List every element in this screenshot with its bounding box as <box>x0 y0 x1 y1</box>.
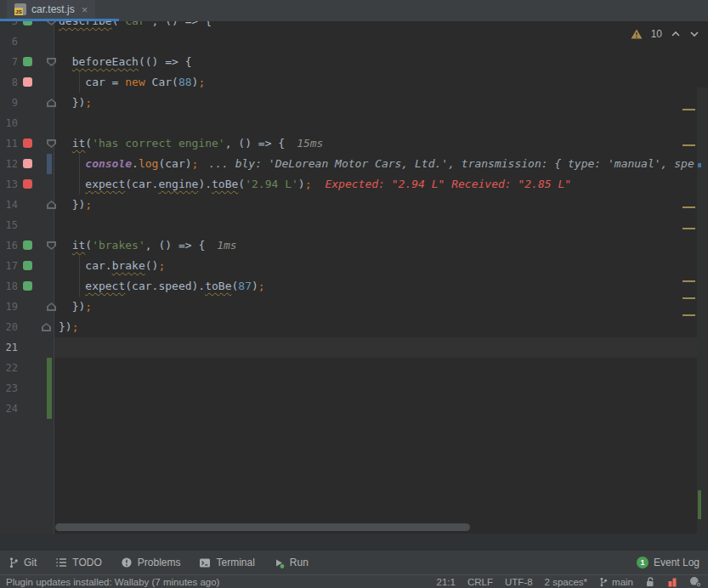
change-marker <box>47 358 52 378</box>
fold-icon[interactable] <box>47 302 56 311</box>
caret-position-widget[interactable]: 21:1 <box>437 577 456 587</box>
toolwindow-label: Problems <box>138 557 181 568</box>
warning-stripe-mark <box>683 228 695 229</box>
event-log-label: Event Log <box>654 557 700 568</box>
line-number: 15 <box>0 215 18 235</box>
notification-badge: 1 <box>637 557 649 568</box>
code-line-23[interactable]: 23 <box>0 378 708 399</box>
wallaby-coverage-indicator[interactable] <box>23 179 32 189</box>
settings-gear-icon <box>689 576 701 587</box>
code-line-15[interactable]: 15 <box>0 215 708 235</box>
change-marker <box>47 154 52 174</box>
code-line-6[interactable]: 6 <box>0 31 708 52</box>
toolwindow-todo[interactable]: TODO <box>55 557 101 568</box>
line-number: 16 <box>0 235 18 256</box>
encoding-widget[interactable]: UTF-8 <box>505 577 533 587</box>
wallaby-coverage-indicator[interactable] <box>23 261 32 270</box>
toolwindow-git[interactable]: Git <box>8 557 37 568</box>
line-number: 9 <box>0 93 18 113</box>
toolwindow-terminal[interactable]: Terminal <box>199 557 254 568</box>
inspections-widget[interactable]: 10 <box>631 28 700 40</box>
code-line-20[interactable]: 20}); <box>0 317 708 337</box>
code-line-7[interactable]: 7 beforeEach(() => { <box>0 52 708 72</box>
wallaby-coverage-indicator[interactable] <box>23 21 32 25</box>
code-line-5[interactable]: 5describe('car', () => { <box>0 21 708 31</box>
warning-icon <box>631 29 643 39</box>
line-number: 6 <box>0 31 18 52</box>
tab-car-test-js[interactable]: JS car.test.js × <box>7 0 95 19</box>
wallaby-coverage-indicator[interactable] <box>23 159 32 168</box>
toolwindow-run[interactable]: Run <box>274 557 309 568</box>
code-line-17[interactable]: 17 car.brake(); <box>0 256 708 276</box>
warning-stripe-mark <box>683 144 695 146</box>
fold-icon[interactable] <box>47 201 56 209</box>
wallaby-coverage-indicator[interactable] <box>23 240 32 250</box>
line-number: 5 <box>0 21 18 31</box>
line-number: 18 <box>0 276 18 297</box>
code-line-18[interactable]: 18 expect(car.speed).toBe(87); <box>0 276 708 297</box>
inline-annotation: 15ms <box>297 137 323 150</box>
code-text: }); <box>59 195 92 215</box>
code-line-9[interactable]: 9 }); <box>0 93 708 113</box>
code-text: beforeEach(() => { <box>59 52 192 72</box>
fold-icon[interactable] <box>42 323 51 331</box>
code-line-8[interactable]: 8 car = new Car(88); <box>0 72 708 93</box>
write-access-toggle[interactable] <box>645 576 655 587</box>
toolwindow-label: TODO <box>72 557 101 568</box>
code-line-16[interactable]: 16 it('brakes', () => {1ms <box>0 235 708 256</box>
git-branch-widget[interactable]: main <box>599 577 633 587</box>
wallaby-coverage-indicator[interactable] <box>23 139 32 148</box>
code-text: }); <box>59 297 92 317</box>
problems-icon <box>121 557 133 568</box>
editor[interactable]: 5describe('car', () => {67 beforeEach(()… <box>0 21 708 534</box>
code-text: expect(car.speed).toBe(87); <box>59 276 265 297</box>
status-bar: Plugin updates installed: Wallaby (7 min… <box>0 574 708 588</box>
tool-window-bar: Git TODO Problems Terminal <box>0 551 708 574</box>
previous-problem-icon[interactable] <box>671 31 681 37</box>
wallaby-coverage-indicator[interactable] <box>23 57 32 66</box>
line-number: 10 <box>0 113 18 133</box>
next-problem-icon[interactable] <box>689 31 700 37</box>
warning-stripe-mark <box>683 314 695 316</box>
ide-settings-widget[interactable] <box>689 576 701 587</box>
fold-icon[interactable] <box>47 139 56 148</box>
horizontal-scrollbar[interactable] <box>55 523 470 531</box>
line-separator-widget[interactable]: CRLF <box>467 577 493 587</box>
line-number: 19 <box>0 297 18 317</box>
event-log-button[interactable]: 1 Event Log <box>637 557 700 568</box>
warning-stripe-mark <box>683 280 695 282</box>
wallaby-coverage-indicator[interactable] <box>23 281 32 291</box>
code-line-13[interactable]: 13 expect(car.engine).toBe('2.94 L');Exp… <box>0 174 708 195</box>
indent-widget[interactable]: 2 spaces* <box>545 577 588 587</box>
active-tab-indicator <box>0 19 119 21</box>
toolwindow-problems[interactable]: Problems <box>121 557 181 568</box>
code-line-24[interactable]: 24 <box>0 399 708 419</box>
line-number: 13 <box>0 174 18 195</box>
code-rows: 5describe('car', () => {67 beforeEach(()… <box>0 21 708 534</box>
code-line-22[interactable]: 22 <box>0 358 708 378</box>
code-line-19[interactable]: 19 }); <box>0 297 708 317</box>
code-line-21[interactable]: 21 <box>0 337 708 358</box>
code-line-11[interactable]: 11 it('has correct engine', () => {15ms <box>0 133 708 154</box>
code-line-10[interactable]: 10 <box>0 113 708 133</box>
fold-icon[interactable] <box>47 21 56 25</box>
vertical-scrollbar[interactable] <box>697 88 708 534</box>
toolwindow-label: Run <box>290 557 309 568</box>
bottom-panel-gap <box>0 534 708 551</box>
code-line-12[interactable]: 12 console.log(car);... bly: 'DeLorean M… <box>0 154 708 174</box>
code-text: car = new Car(88); <box>59 72 205 93</box>
fold-icon[interactable] <box>47 58 56 66</box>
wallaby-status-widget[interactable] <box>667 577 677 587</box>
line-number: 21 <box>0 337 18 358</box>
close-icon[interactable]: × <box>82 4 88 15</box>
toolwindow-label: Git <box>24 557 37 568</box>
line-number: 17 <box>0 256 18 276</box>
code-text: car.brake(); <box>59 256 165 276</box>
fold-icon[interactable] <box>47 99 56 107</box>
warning-stripe-mark <box>683 206 695 208</box>
wallaby-coverage-indicator[interactable] <box>23 77 32 87</box>
code-line-14[interactable]: 14 }); <box>0 195 708 215</box>
fold-icon[interactable] <box>47 241 56 250</box>
inline-annotation: ... bly: 'DeLorean Motor Cars, Ltd.', tr… <box>208 157 694 170</box>
editor-tab-bar: JS car.test.js × <box>0 0 708 21</box>
